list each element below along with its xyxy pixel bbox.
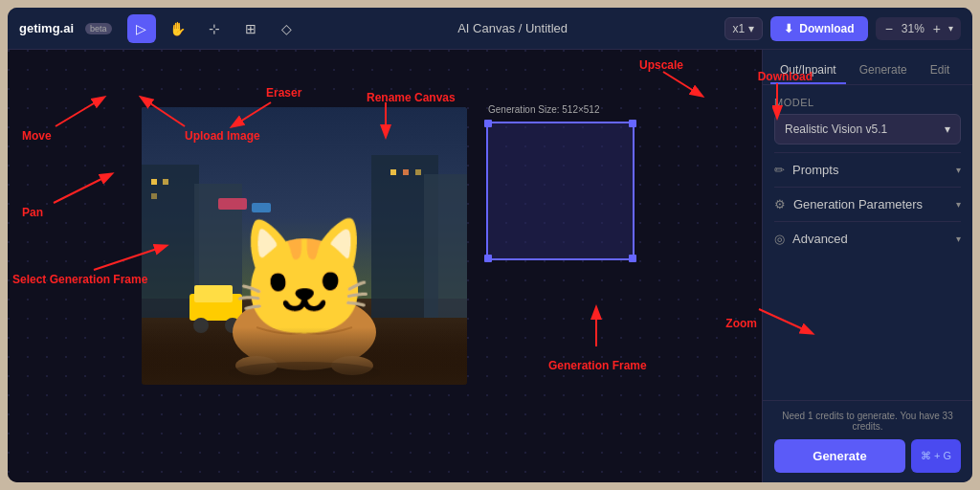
canvas-area[interactable]: Generation Size: 512×512 Move Pan [8, 50, 762, 482]
select-frame-tool-button[interactable]: ⊹ [200, 14, 229, 43]
model-label: Model [774, 97, 961, 108]
generate-row: Generate ⌘ + G [774, 439, 961, 473]
sidebar-footer: Need 1 credits to generate. You have 33 … [763, 400, 972, 482]
frame-handle-bl[interactable] [484, 255, 492, 262]
prompts-chevron-icon: ▾ [956, 165, 961, 175]
frame-handle-br[interactable] [629, 255, 636, 262]
svg-line-31 [261, 287, 297, 290]
advanced-left: ◎ Advanced [774, 232, 848, 246]
pencil-icon: ✏ [774, 163, 785, 177]
svg-line-39 [54, 174, 111, 203]
sidebar-content: Model Realistic Vision v5.1 ▾ ✏ Prompts … [763, 85, 972, 400]
svg-point-17 [225, 318, 240, 333]
svg-rect-9 [390, 169, 396, 175]
gen-frame-label: Generation Frame [548, 359, 647, 372]
generation-frame[interactable]: Generation Size: 512×512 [486, 122, 635, 260]
beta-badge: beta [85, 23, 112, 34]
svg-point-29 [318, 268, 322, 278]
svg-point-37 [228, 362, 381, 385]
scale-value: x1 [733, 22, 746, 35]
canvas-title: AI Canvas / Untitled [309, 21, 717, 35]
generation-params-label: Generation Parameters [793, 197, 923, 212]
canvas-image [142, 107, 467, 385]
svg-point-26 [283, 267, 293, 280]
pan-label: Pan [22, 206, 43, 219]
svg-point-27 [316, 267, 325, 280]
svg-rect-13 [252, 203, 271, 212]
credits-text: Need 1 credits to generate. You have 33 … [774, 411, 961, 432]
move-annotation: Move [22, 126, 52, 144]
rename-label: Rename Canvas [367, 91, 456, 104]
svg-rect-6 [151, 179, 157, 185]
advanced-icon: ◎ [774, 232, 785, 246]
cat-image-bg [142, 107, 467, 385]
frame-handle-tr[interactable] [629, 120, 636, 127]
prompts-section-left: ✏ Prompts [774, 163, 838, 177]
svg-marker-21 [319, 230, 347, 256]
select-frame-annotation: Select Generation Frame [12, 270, 147, 287]
generation-params-section[interactable]: ⚙ Generation Parameters ▾ [774, 187, 961, 221]
svg-marker-20 [261, 230, 290, 256]
cat-scene-svg [142, 107, 467, 385]
download-icon: ⬇ [784, 22, 793, 35]
app-logo: getimg.ai [19, 21, 74, 35]
svg-rect-7 [163, 179, 168, 185]
svg-rect-11 [415, 169, 421, 175]
select-frame-label: Select Generation Frame [12, 273, 147, 286]
generate-button[interactable]: Generate [774, 439, 905, 473]
rename-annotation: Rename Canvas [367, 88, 456, 105]
prompts-label: Prompts [792, 163, 838, 177]
svg-rect-15 [194, 285, 233, 302]
svg-point-18 [233, 294, 376, 370]
scale-selector[interactable]: x1 ▾ [724, 17, 764, 40]
move-arrow [51, 93, 127, 131]
main-area: Generation Size: 512×512 Move Pan [8, 50, 972, 482]
eraser-annotation: Eraser [266, 83, 301, 100]
download-label: Download [799, 22, 854, 35]
model-value: Realistic Vision v5.1 [785, 122, 887, 136]
download-button[interactable]: ⬇ Download [770, 16, 867, 41]
scale-chevron-icon: ▾ [748, 22, 754, 35]
top-right-controls: x1 ▾ ⬇ Download − 31% + ▾ [724, 16, 961, 41]
svg-rect-12 [218, 198, 247, 210]
model-selector[interactable]: Realistic Vision v5.1 ▾ [774, 114, 961, 145]
sidebar: Out/Inpaint Generate Edit Model Realisti… [762, 50, 972, 482]
pan-arrow [49, 169, 135, 208]
top-bar: getimg.ai beta ▷ ✋ ⊹ ⊞ ◇ AI Canvas / Unt… [8, 8, 972, 50]
svg-point-19 [261, 238, 347, 311]
gen-frame-annotation: Generation Frame [548, 356, 647, 373]
app-container: getimg.ai beta ▷ ✋ ⊹ ⊞ ◇ AI Canvas / Unt… [8, 8, 972, 482]
eraser-tool-button[interactable]: ◇ [273, 14, 301, 43]
tab-edit[interactable]: Edit [921, 57, 960, 84]
svg-marker-22 [267, 235, 288, 254]
pan-annotation: Pan [22, 203, 43, 220]
upload-image-button[interactable]: ⊞ [236, 14, 265, 43]
zoom-value: 31% [899, 22, 927, 35]
model-chevron-icon: ▾ [945, 122, 950, 136]
svg-marker-30 [300, 284, 309, 291]
tab-outinpaint[interactable]: Out/Inpaint [770, 57, 846, 84]
frame-handle-tl[interactable] [484, 120, 492, 127]
advanced-label: Advanced [792, 232, 848, 246]
gen-params-left: ⚙ Generation Parameters [774, 197, 923, 212]
generate-shortcut-button[interactable]: ⌘ + G [911, 439, 961, 473]
sidebar-tabs: Out/Inpaint Generate Edit [763, 50, 972, 85]
tab-generate[interactable]: Generate [850, 57, 917, 84]
svg-point-28 [285, 268, 289, 278]
move-tool-button[interactable]: ▷ [127, 14, 156, 43]
zoom-in-button[interactable]: + [931, 21, 943, 36]
pan-tool-button[interactable]: ✋ [164, 14, 192, 43]
zoom-chevron-icon: ▾ [948, 23, 953, 33]
svg-point-25 [312, 264, 329, 283]
svg-point-36 [331, 356, 373, 375]
eraser-label: Eraser [266, 86, 301, 100]
svg-rect-5 [424, 174, 467, 318]
svg-rect-10 [403, 169, 409, 175]
svg-point-16 [193, 318, 209, 333]
zoom-out-button[interactable]: − [883, 21, 895, 36]
advanced-section[interactable]: ◎ Advanced ▾ [774, 221, 961, 256]
model-section: Model Realistic Vision v5.1 ▾ [774, 97, 961, 145]
zoom-controls: − 31% + ▾ [876, 17, 961, 40]
svg-rect-8 [151, 193, 157, 199]
prompts-section[interactable]: ✏ Prompts ▾ [774, 152, 961, 187]
